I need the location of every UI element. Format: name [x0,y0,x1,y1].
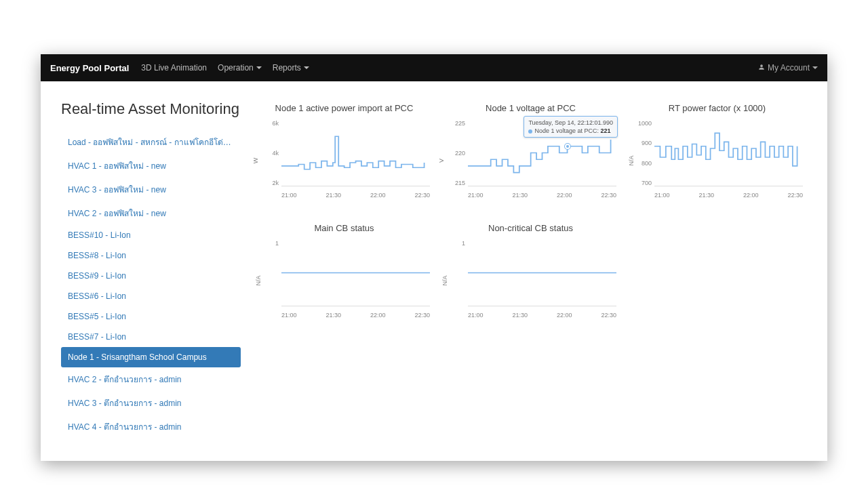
left-column: Real-time Asset Monitoring Load - ออฟฟิส… [61,100,241,454]
nav-label: Operation [218,63,254,73]
sidebar-item[interactable]: HVAC 1 - ออฟฟิสใหม่ - new [61,154,241,178]
chart-body[interactable]: N/A121:0021:3022:0022:30 [254,240,434,321]
y-ticks: 6k4k2k [262,120,279,186]
x-ticks: 21:0021:3022:0022:30 [654,192,803,199]
plot-area [654,120,803,186]
plot-area [468,240,616,306]
x-ticks: 21:0021:3022:0022:30 [281,192,430,199]
nav-label: Reports [273,63,301,73]
chart-title: Main CB status [254,223,434,233]
app-frame: Energy Pool Portal 3D Live Animation Ope… [41,54,827,461]
sidebar-item[interactable]: BESS#6 - Li-Ion [61,286,241,306]
chevron-down-icon [256,66,262,69]
charts-area: Node 1 active power import at PCC W6k4k2… [254,100,807,454]
y-axis-label: N/A [441,275,448,285]
y-ticks: 1 [262,240,279,306]
nav-reports[interactable]: Reports [273,63,309,73]
chart-body[interactable]: N/A121:0021:3022:0022:30 [441,240,620,321]
y-axis-label: N/A [255,275,262,285]
chart-title: RT power factor (x 1000) [627,103,807,113]
y-axis-label: W [252,158,259,164]
x-ticks: 21:0021:3022:0022:30 [468,192,616,199]
chart-empty [627,220,807,321]
chart-title: Node 1 voltage at PCC [441,103,620,113]
sidebar-item[interactable]: BESS#5 - Li-Ion [61,306,241,327]
chart-active-power: Node 1 active power import at PCC W6k4k2… [254,100,434,201]
chevron-down-icon [304,66,309,69]
y-axis-label: V [438,159,445,163]
user-icon [758,63,765,73]
sidebar-item[interactable]: Node 1 - Srisangtham School Campus [61,347,241,367]
content: Real-time Asset Monitoring Load - ออฟฟิส… [41,81,827,461]
charts-row-1: Node 1 active power import at PCC W6k4k2… [254,100,807,201]
nav-label: 3D Live Animation [141,63,207,73]
chart-title: Non-critical CB status [441,223,620,233]
chart-title: Node 1 active power import at PCC [254,103,434,113]
y-ticks: 225220215 [449,120,465,186]
x-ticks: 21:0021:3022:0022:30 [281,312,430,319]
chart-voltage: Node 1 voltage at PCC V22522021521:0021:… [441,100,620,201]
sidebar-item[interactable]: BESS#9 - Li-Ion [61,266,241,286]
chart-power-factor: RT power factor (x 1000) N/A100090080070… [627,100,807,201]
sidebar-item[interactable]: BESS#10 - Li-Ion [61,225,241,245]
chart-body[interactable]: W6k4k2k21:0021:3022:0022:30 [254,120,434,201]
brand[interactable]: Energy Pool Portal [50,63,129,73]
charts-row-2: Main CB status N/A121:0021:3022:0022:30 … [254,220,807,321]
account-label: My Account [768,63,810,73]
chevron-down-icon [812,66,818,69]
sidebar-item[interactable]: HVAC 3 - ตึกอำนวยการ - admin [61,391,241,415]
chart-main-cb: Main CB status N/A121:0021:3022:0022:30 [254,220,434,321]
navbar: Energy Pool Portal 3D Live Animation Ope… [41,54,827,81]
nav-operation[interactable]: Operation [218,63,262,73]
chart-tooltip: Tuesday, Sep 14, 22:12:01.990Node 1 volt… [524,116,618,138]
sidebar-item[interactable]: HVAC 4 - ตึกอำนวยการ - admin [61,415,241,439]
y-ticks: 1000900800700 [635,120,652,186]
sidebar-item[interactable]: Load - ออฟฟิสใหม่ - สหกรณ์ - กาแฟโคกอีโด… [61,130,241,154]
sidebar-item[interactable]: HVAC 3 - ออฟฟิสใหม่ - new [61,178,241,201]
chart-body[interactable]: V22522021521:0021:3022:0022:30Tuesday, S… [441,120,620,201]
sidebar-item[interactable]: HVAC 2 - ตึกอำนวยการ - admin [61,367,241,391]
plot-area [281,120,430,186]
chart-body[interactable]: N/A100090080070021:0021:3022:0022:30 [627,120,807,201]
sidebar-item[interactable]: BESS#7 - Li-Ion [61,327,241,347]
page-title: Real-time Asset Monitoring [61,100,241,118]
plot-area [281,240,430,306]
nav-3d-live-animation[interactable]: 3D Live Animation [141,63,207,73]
y-axis-label: N/A [628,155,635,165]
chart-hover-marker [565,144,570,149]
account-menu[interactable]: My Account [758,63,818,73]
sidebar-item[interactable]: BESS#8 - Li-Ion [61,245,241,266]
sidebar-item[interactable]: HVAC 2 - ออฟฟิสใหม่ - new [61,201,241,225]
asset-list: Load - ออฟฟิสใหม่ - สหกรณ์ - กาแฟโคกอีโด… [61,130,241,439]
x-ticks: 21:0021:3022:0022:30 [468,312,616,319]
y-ticks: 1 [449,240,465,306]
chart-noncritical-cb: Non-critical CB status N/A121:0021:3022:… [441,220,620,321]
